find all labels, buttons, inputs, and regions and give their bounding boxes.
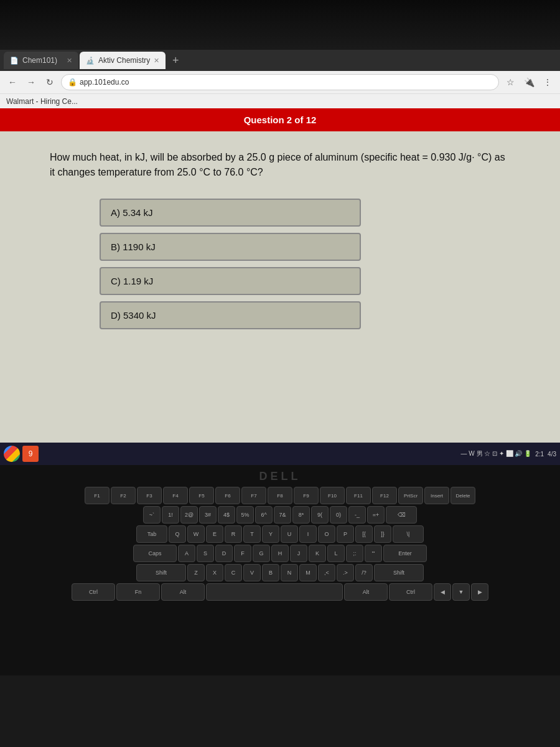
key-5[interactable]: 5% [236,506,254,524]
key-lshift[interactable]: Shift [136,564,186,581]
key-left-arrow[interactable]: ◀ [434,583,451,601]
key-p[interactable]: P [337,525,354,543]
key-prtscr[interactable]: PrtScr [398,487,423,504]
key-f5[interactable]: F5 [189,487,214,504]
key-j[interactable]: J [290,545,307,562]
key-f3[interactable]: F3 [137,487,162,504]
taskbar-icons: — W 男 ☆ ⊡ ✦ ⬜ 🔊 🔋 [461,449,532,458]
key-lbracket[interactable]: [{ [355,525,373,543]
star-button[interactable]: ☆ [503,75,518,90]
key-0[interactable]: 0) [330,506,347,524]
key-w[interactable]: W [187,525,205,543]
key-z[interactable]: Z [187,564,205,581]
key-ralt[interactable]: Alt [344,583,388,601]
key-equal[interactable]: =+ [367,506,385,524]
key-fn[interactable]: Fn [116,583,160,601]
key-o[interactable]: O [318,525,335,543]
key-lctrl[interactable]: Ctrl [72,583,115,601]
key-f[interactable]: F [234,545,251,562]
key-n[interactable]: N [281,564,298,581]
key-space[interactable] [206,583,343,601]
key-f12[interactable]: F12 [372,487,397,504]
key-backspace[interactable]: ⌫ [386,506,417,524]
key-1[interactable]: 1! [162,506,179,524]
key-caps[interactable]: Caps [133,545,177,562]
bookmark-item[interactable]: Walmart - Hiring Ce... [6,97,78,106]
key-f8[interactable]: F8 [268,487,292,504]
forward-button[interactable]: → [24,75,39,90]
key-y[interactable]: Y [262,525,279,543]
key-4[interactable]: 4$ [218,506,235,524]
answer-option-a[interactable]: A) 5.34 kJ [100,199,361,227]
key-slash[interactable]: /? [355,564,373,581]
key-right-arrow[interactable]: ▶ [471,583,488,601]
new-tab-button[interactable]: + [167,52,184,69]
key-u[interactable]: U [281,525,298,543]
key-e[interactable]: E [206,525,223,543]
key-t[interactable]: T [243,525,261,543]
tab-close-chem101[interactable]: ✕ [67,57,72,65]
menu-button[interactable]: ⋮ [540,75,555,90]
taskbar-app-icon[interactable]: 9 [22,446,39,462]
tab-aktiv-chemistry[interactable]: 🔬 Aktiv Chemistry ✕ [80,52,166,69]
taskbar-date: 4/3 [548,451,556,458]
tab-chem101[interactable]: 📄 Chem101) ✕ [4,52,78,69]
key-semicolon[interactable]: ;: [346,545,363,562]
key-down-arrow[interactable]: ▼ [452,583,470,601]
key-b[interactable]: B [262,564,279,581]
answer-option-c[interactable]: C) 1.19 kJ [100,267,361,295]
key-f11[interactable]: F11 [346,487,371,504]
key-i[interactable]: I [299,525,317,543]
key-rbracket[interactable]: ]} [374,525,391,543]
key-tab[interactable]: Tab [136,525,167,543]
key-l[interactable]: L [327,545,345,562]
key-m[interactable]: M [299,564,317,581]
key-f9[interactable]: F9 [294,487,319,504]
key-minus[interactable]: -_ [348,506,366,524]
key-c[interactable]: C [225,564,242,581]
key-8[interactable]: 8* [292,506,310,524]
key-x[interactable]: X [206,564,223,581]
key-d[interactable]: D [215,545,233,562]
key-f6[interactable]: F6 [215,487,240,504]
key-f2[interactable]: F2 [111,487,136,504]
key-g[interactable]: G [253,545,270,562]
key-h[interactable]: H [271,545,289,562]
key-r[interactable]: R [225,525,242,543]
key-f7[interactable]: F7 [241,487,266,504]
key-9[interactable]: 9( [311,506,329,524]
key-f10[interactable]: F10 [320,487,345,504]
answer-option-d[interactable]: D) 5340 kJ [100,301,361,329]
key-enter[interactable]: Enter [383,545,427,562]
taskbar-chrome-icon[interactable] [4,446,20,462]
key-f4[interactable]: F4 [163,487,188,504]
key-comma[interactable]: ,< [318,564,335,581]
key-s[interactable]: S [197,545,214,562]
refresh-button[interactable]: ↻ [42,75,57,90]
key-backtick[interactable]: ~` [143,506,161,524]
extension-icon[interactable]: 🔌 [521,75,536,90]
key-a[interactable]: A [178,545,195,562]
key-f1[interactable]: F1 [85,487,110,504]
key-k[interactable]: K [309,545,326,562]
key-period[interactable]: .> [337,564,354,581]
key-rctrl[interactable]: Ctrl [389,583,432,601]
key-lalt[interactable]: Alt [161,583,205,601]
url-bar[interactable]: 🔒 app.101edu.co [61,74,499,90]
tab-close-aktiv[interactable]: ✕ [154,57,159,65]
key-quote[interactable]: '" [365,545,382,562]
answer-option-b[interactable]: B) 1190 kJ [100,233,361,261]
key-backslash[interactable]: \| [393,525,424,543]
key-7[interactable]: 7& [274,506,291,524]
key-v[interactable]: V [243,564,261,581]
key-insert[interactable]: Insert [424,487,449,504]
fkey-row: F1 F2 F3 F4 F5 F6 F7 F8 F9 F10 F11 F12 P… [85,487,475,504]
key-2[interactable]: 2@ [180,506,198,524]
key-row-4: Shift Z X C V B N M ,< .> /? Shift [136,564,424,581]
key-delete[interactable]: Delete [450,487,475,504]
key-rshift[interactable]: Shift [374,564,424,581]
key-6[interactable]: 6^ [255,506,273,524]
key-3[interactable]: 3# [199,506,217,524]
back-button[interactable]: ← [5,75,20,90]
key-q[interactable]: Q [169,525,186,543]
